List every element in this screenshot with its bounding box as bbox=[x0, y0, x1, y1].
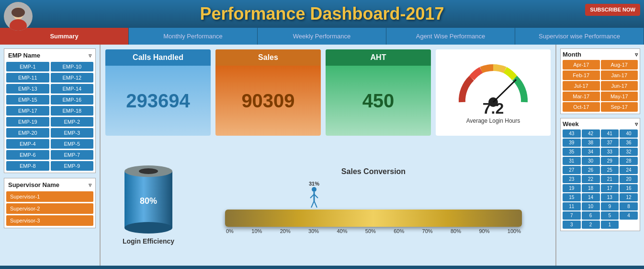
week-button[interactable]: 22 bbox=[582, 175, 600, 183]
month-button[interactable]: Feb-17 bbox=[563, 70, 600, 80]
week-button[interactable]: 14 bbox=[582, 193, 600, 201]
supervisor-filter-icon[interactable]: ▿ bbox=[89, 182, 91, 188]
week-button[interactable]: 15 bbox=[563, 193, 581, 201]
supervisor-list: Supervisor-1Supervisor-2Supervisor-3 bbox=[6, 191, 93, 226]
week-button[interactable]: 24 bbox=[620, 166, 638, 174]
emp-button[interactable]: EMP-2 bbox=[51, 117, 94, 127]
emp-button[interactable]: EMP-10 bbox=[51, 62, 94, 71]
week-button[interactable]: 21 bbox=[601, 175, 619, 183]
week-button[interactable]: 4 bbox=[620, 211, 638, 220]
week-button[interactable]: 25 bbox=[601, 166, 619, 174]
week-button[interactable]: 18 bbox=[582, 184, 600, 192]
svg-line-17 bbox=[314, 201, 317, 208]
week-button[interactable]: 12 bbox=[620, 193, 638, 201]
week-button[interactable]: 42 bbox=[582, 129, 600, 138]
supervisor-button[interactable]: Supervisor-2 bbox=[6, 203, 93, 214]
emp-button[interactable]: EMP-1 bbox=[6, 62, 49, 71]
month-button[interactable]: Oct-17 bbox=[563, 102, 600, 112]
emp-button[interactable]: EMP-11 bbox=[6, 73, 49, 82]
week-button[interactable]: 39 bbox=[563, 139, 581, 147]
month-section: Month ▿ Apr-17Aug-17Feb-17Jan-17Jul-17Ju… bbox=[560, 48, 640, 114]
month-button[interactable]: Aug-17 bbox=[601, 60, 638, 70]
week-button[interactable]: 31 bbox=[563, 157, 581, 165]
month-button[interactable]: Jul-17 bbox=[563, 81, 600, 91]
supervisor-button[interactable]: Supervisor-1 bbox=[6, 191, 93, 202]
month-header-label: Month bbox=[563, 51, 581, 58]
month-button[interactable]: Jun-17 bbox=[601, 81, 638, 91]
emp-button[interactable]: EMP-5 bbox=[51, 139, 94, 149]
week-button[interactable]: 5 bbox=[601, 211, 619, 220]
week-button[interactable]: 9 bbox=[601, 202, 619, 211]
week-button[interactable]: 20 bbox=[620, 175, 638, 183]
emp-button[interactable]: EMP-6 bbox=[6, 150, 49, 160]
week-button[interactable]: 8 bbox=[620, 202, 638, 211]
emp-button[interactable]: EMP-14 bbox=[51, 84, 94, 94]
emp-button[interactable]: EMP-7 bbox=[51, 150, 94, 160]
aht-card: AHT 450 bbox=[326, 49, 431, 136]
subscribe-button[interactable]: SUBSCRIBE NOW bbox=[585, 4, 640, 16]
emp-button[interactable]: EMP-4 bbox=[6, 139, 49, 149]
week-button[interactable]: 23 bbox=[563, 175, 581, 183]
emp-button[interactable]: EMP-17 bbox=[6, 106, 49, 116]
sales-conv-title: Sales Conversion bbox=[341, 167, 406, 176]
tab-supervisor[interactable]: Supervisor wise Performance bbox=[515, 28, 644, 45]
week-button[interactable]: 26 bbox=[582, 166, 600, 174]
week-button[interactable]: 29 bbox=[601, 157, 619, 165]
emp-button[interactable]: EMP-13 bbox=[6, 84, 49, 94]
emp-button[interactable]: EMP-16 bbox=[51, 95, 94, 105]
emp-button[interactable]: EMP-18 bbox=[51, 106, 94, 116]
week-button[interactable]: 37 bbox=[601, 139, 619, 147]
week-button[interactable]: 17 bbox=[601, 184, 619, 192]
week-button[interactable]: 34 bbox=[582, 148, 600, 156]
tab-agent[interactable]: Agent Wise Performance bbox=[386, 28, 515, 45]
emp-button[interactable]: EMP-19 bbox=[6, 117, 49, 127]
supervisor-button[interactable]: Supervisor-3 bbox=[6, 215, 93, 226]
emp-button[interactable]: EMP-3 bbox=[51, 128, 94, 138]
gauge-panel: 7.2 Average Login Hours bbox=[436, 49, 551, 136]
month-filter-icon[interactable]: ▿ bbox=[635, 51, 638, 58]
week-button[interactable]: 33 bbox=[601, 148, 619, 156]
progress-label: 20% bbox=[280, 228, 291, 234]
progress-label: 0% bbox=[226, 228, 234, 234]
week-button[interactable]: 3 bbox=[563, 221, 581, 229]
emp-button[interactable]: EMP-20 bbox=[6, 128, 49, 138]
svg-point-8 bbox=[124, 222, 172, 234]
week-filter-icon[interactable]: ▿ bbox=[635, 121, 638, 128]
week-button[interactable]: 43 bbox=[563, 129, 581, 138]
week-button[interactable]: 27 bbox=[563, 166, 581, 174]
week-button[interactable]: 6 bbox=[582, 211, 600, 220]
month-button[interactable]: Sep-17 bbox=[601, 102, 638, 112]
month-button[interactable]: Mar-17 bbox=[563, 92, 600, 101]
month-button[interactable]: May-17 bbox=[601, 92, 638, 101]
week-button[interactable]: 38 bbox=[582, 139, 600, 147]
tab-weekly[interactable]: Weekly Performance bbox=[258, 28, 386, 45]
week-button[interactable]: 1 bbox=[601, 221, 619, 229]
week-button[interactable]: 30 bbox=[582, 157, 600, 165]
week-button[interactable]: 7 bbox=[563, 211, 581, 220]
week-button[interactable]: 40 bbox=[620, 129, 638, 138]
progress-bar bbox=[225, 210, 522, 227]
emp-button[interactable]: EMP-12 bbox=[51, 73, 94, 82]
emp-filter-header: EMP Name ▿ bbox=[6, 51, 93, 60]
tab-monthly[interactable]: Monthly Performance bbox=[129, 28, 258, 45]
week-button[interactable]: 28 bbox=[620, 157, 638, 165]
emp-filter-icon[interactable]: ▿ bbox=[89, 52, 91, 59]
emp-button[interactable]: EMP-9 bbox=[51, 161, 94, 171]
week-button[interactable]: 41 bbox=[601, 129, 619, 138]
progress-label: 70% bbox=[422, 228, 433, 234]
week-button[interactable]: 19 bbox=[563, 184, 581, 192]
month-button[interactable]: Apr-17 bbox=[563, 60, 600, 70]
week-button[interactable]: 10 bbox=[582, 202, 600, 211]
week-button[interactable]: 35 bbox=[563, 148, 581, 156]
emp-button[interactable]: EMP-8 bbox=[6, 161, 49, 171]
week-button[interactable]: 11 bbox=[563, 202, 581, 211]
week-button[interactable]: 13 bbox=[601, 193, 619, 201]
week-button[interactable]: 36 bbox=[620, 139, 638, 147]
month-button[interactable]: Jan-17 bbox=[601, 70, 638, 80]
week-button[interactable]: 16 bbox=[620, 184, 638, 192]
week-button[interactable]: 32 bbox=[620, 148, 638, 156]
week-button[interactable]: 2 bbox=[582, 221, 600, 229]
emp-button[interactable]: EMP-15 bbox=[6, 95, 49, 105]
supervisor-filter-section: Supervisor Name ▿ Supervisor-1Supervisor… bbox=[4, 178, 96, 228]
aht-title: AHT bbox=[326, 49, 431, 66]
